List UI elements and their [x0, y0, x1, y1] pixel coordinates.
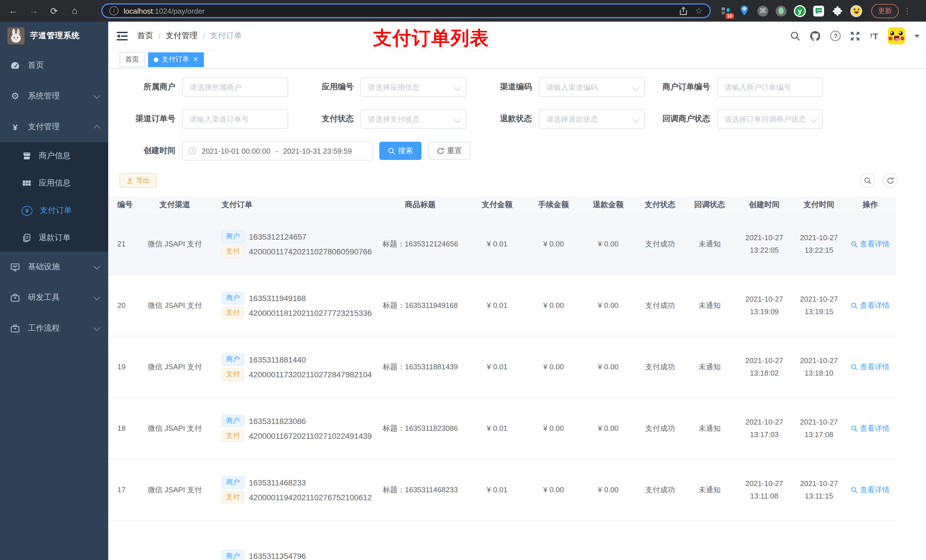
cell-paid: 2021-10-27 13:22:15: [794, 213, 844, 275]
cell-pay-order: 商户 1635311881440 支付 42000011732021102728…: [216, 336, 372, 397]
extension-recorder-icon[interactable]: [776, 5, 787, 16]
cell-status: 支付成功: [635, 459, 684, 521]
cell-amount: ¥ 0.01: [468, 397, 526, 459]
filter-refund-status: 退款状态: [476, 109, 645, 128]
filter-app-no: 应用编号: [298, 77, 466, 97]
tab-home[interactable]: 首页: [120, 52, 145, 67]
filter-label: 商户订单编号: [654, 82, 717, 92]
browser-menu-icon[interactable]: ⋮: [903, 6, 911, 15]
app-logo-row: 芋道管理系统: [0, 22, 108, 50]
close-tab-icon[interactable]: ✕: [193, 56, 198, 63]
extension-tabs-icon[interactable]: 10: [720, 5, 731, 17]
tab-pay-order[interactable]: 支付订单 ✕: [148, 52, 204, 67]
top-navbar: 首页 / 支付管理 / 支付订单 支付订单列表 ?: [108, 22, 926, 50]
sidebar-item-home[interactable]: 首页: [0, 50, 108, 81]
browser-home-icon[interactable]: ⌂: [68, 6, 81, 16]
cell-action: 查看详情: [844, 213, 896, 275]
sidebar-item-system[interactable]: ⚙ 系统管理: [0, 81, 108, 112]
cell-action: 查看详情: [844, 397, 896, 459]
url-host: localhost: [124, 6, 153, 15]
view-detail-link[interactable]: 查看详情: [851, 300, 890, 311]
sidebar-item-refund-order[interactable]: 退款订单: [0, 224, 108, 252]
search-icon[interactable]: [791, 31, 800, 41]
cell-channel: 微信 JSAPI 支付: [133, 459, 216, 521]
cell-action: 查看详情: [844, 459, 896, 521]
font-size-icon[interactable]: TT: [870, 31, 878, 41]
user-avatar[interactable]: [888, 27, 905, 44]
cell-created: 2021-10-27 13:22:05: [735, 213, 794, 275]
cell-amount: ¥ 0.01: [468, 336, 526, 397]
address-bar[interactable]: i localhost:1024/pay/order ☆: [101, 3, 711, 18]
sidebar-fold-icon[interactable]: [117, 31, 127, 41]
help-icon[interactable]: ?: [831, 31, 841, 41]
refresh-table-button[interactable]: [883, 173, 897, 188]
show-search-toggle-button[interactable]: [860, 173, 875, 188]
bookmark-star-icon[interactable]: ☆: [695, 6, 703, 16]
breadcrumb-current: 支付订单: [210, 31, 242, 41]
site-info-icon[interactable]: i: [109, 6, 118, 15]
cell-paid: 2021-10-27 13:19:15: [794, 275, 844, 336]
reset-button[interactable]: 重置: [428, 142, 471, 160]
share-icon[interactable]: [679, 6, 687, 15]
col-header: 支付状态: [635, 196, 684, 213]
notify-status-select[interactable]: [717, 109, 823, 128]
search-button[interactable]: 搜索: [379, 142, 421, 160]
extensions-puzzle-icon[interactable]: [831, 5, 843, 17]
merchant-tag: 商户: [221, 550, 244, 560]
avatar-dropdown-caret[interactable]: [915, 35, 919, 37]
browser-update-button[interactable]: 更新: [872, 4, 899, 18]
browser-back-icon[interactable]: ←: [7, 6, 20, 16]
extension-command-icon[interactable]: ⌘: [757, 5, 768, 16]
filter-notify-status: 回调商户状态: [654, 109, 823, 128]
extension-chat-icon[interactable]: [813, 5, 824, 16]
view-detail-link[interactable]: 查看详情: [851, 239, 890, 249]
merchant-tag: 商户: [221, 476, 244, 489]
sidebar-item-infra[interactable]: 基础设施: [0, 252, 108, 282]
cell-created: 2021-10-27 13:18:02: [735, 336, 794, 397]
sidebar-item-merchant-info[interactable]: 商户信息: [0, 142, 108, 170]
browser-reload-icon[interactable]: ⟳: [48, 5, 61, 16]
fullscreen-icon[interactable]: [850, 31, 860, 41]
store-icon: [22, 151, 31, 160]
refund-status-select[interactable]: [539, 109, 645, 128]
sidebar-item-workflow[interactable]: 工作流程: [0, 313, 108, 344]
filter-label: 渠道订单号: [120, 114, 182, 124]
filter-label: 退款状态: [476, 114, 539, 124]
create-time-range-picker[interactable]: 2021-10-01 00:00:00 - 2021-10-31 23:59:5…: [182, 141, 373, 160]
grid-icon: [22, 179, 31, 188]
cell-status: 支付成功: [635, 275, 684, 336]
extension-pin-icon[interactable]: [738, 5, 750, 17]
channel-order-no-input[interactable]: [182, 109, 288, 128]
date-to: 2021-10-31 23:59:59: [283, 146, 352, 155]
merchant-order-no-input[interactable]: [717, 77, 823, 97]
channel-code-select[interactable]: [539, 77, 645, 97]
app-no-select[interactable]: [360, 77, 466, 97]
table-row: 17 微信 JSAPI 支付 商户 1635311468233 支付: [108, 459, 896, 521]
view-detail-link[interactable]: 查看详情: [851, 362, 890, 372]
github-icon[interactable]: [810, 30, 821, 41]
sidebar-item-app-info[interactable]: 应用信息: [0, 170, 108, 197]
view-detail-link[interactable]: 查看详情: [851, 423, 890, 433]
view-detail-link[interactable]: 查看详情: [851, 485, 890, 495]
screen: ← → ⟳ ⌂ i localhost:1024/pay/order ☆ 10: [0, 0, 926, 560]
breadcrumb-pay[interactable]: 支付管理: [166, 31, 198, 41]
gear-icon: ⚙: [10, 92, 20, 101]
cell-id: 19: [108, 336, 133, 397]
breadcrumb-home[interactable]: 首页: [137, 31, 153, 41]
cell-refund: ¥ 0.00: [581, 336, 635, 397]
export-button[interactable]: 导出: [120, 173, 157, 188]
filter-create-time: 创建时间 2021-10-01 00:00:00 - 2021-10-31 23…: [120, 141, 373, 160]
cell-amount: ¥ 0.01: [468, 213, 526, 275]
clock-icon: [189, 147, 197, 155]
pay-status-select[interactable]: [360, 109, 466, 128]
extension-y-icon[interactable]: y: [794, 5, 806, 17]
browser-forward-icon[interactable]: →: [27, 6, 40, 16]
profile-emoji-icon[interactable]: [850, 5, 862, 17]
col-header: 创建时间: [735, 196, 794, 213]
merchant-input[interactable]: [182, 77, 288, 97]
sidebar-item-devtools[interactable]: 研发工具: [0, 282, 108, 313]
col-header: 支付金额: [468, 196, 526, 213]
sidebar-item-pay[interactable]: ¥ 支付管理: [0, 112, 108, 142]
col-header: 商品标题: [372, 196, 468, 213]
sidebar-item-pay-order[interactable]: ¥ 支付订单: [0, 197, 108, 224]
